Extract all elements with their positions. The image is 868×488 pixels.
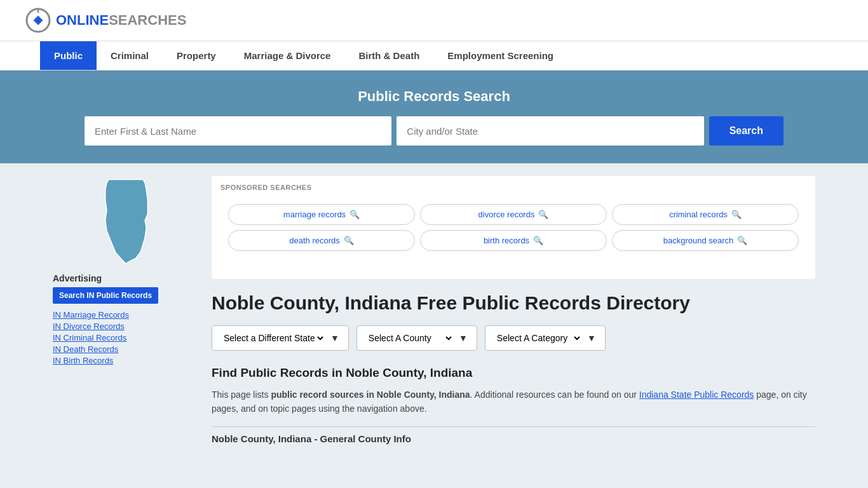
state-map <box>53 176 199 267</box>
county-dropdown[interactable]: Select A County ▼ <box>356 325 477 351</box>
advertising-section: Advertising Search IN Public Records IN … <box>53 273 199 365</box>
sponsored-label: SPONSORED SEARCHES <box>220 184 806 191</box>
search-small-icon: 🔍 <box>731 210 742 219</box>
name-input[interactable] <box>85 116 391 146</box>
category-dropdown[interactable]: Select A Category ▼ <box>485 325 606 351</box>
state-dropdown[interactable]: Select a Different State ▼ <box>212 325 349 351</box>
logo-icon <box>25 8 51 33</box>
sidebar-link[interactable]: IN Marriage Records <box>53 310 199 320</box>
sponsored-link[interactable]: criminal records <box>669 210 728 219</box>
sponsored-item[interactable]: divorce records🔍 <box>420 204 607 225</box>
sponsored-section: SPONSORED SEARCHES marriage records🔍divo… <box>212 176 815 279</box>
ad-button[interactable]: Search IN Public Records <box>53 287 158 304</box>
nav-item-public[interactable]: Public <box>40 41 97 70</box>
logo: ONLINESEARCHES <box>25 8 186 33</box>
find-section-title: Find Public Records in Noble County, Ind… <box>212 366 815 380</box>
logo-text: ONLINESEARCHES <box>56 12 186 29</box>
sidebar-link[interactable]: IN Birth Records <box>53 356 199 365</box>
chevron-down-icon: ▼ <box>330 333 339 343</box>
content-area: SPONSORED SEARCHES marriage records🔍divo… <box>212 176 815 444</box>
nav-item-employment-screening[interactable]: Employment Screening <box>433 41 567 70</box>
chevron-down-icon: ▼ <box>587 333 596 343</box>
search-small-icon: 🔍 <box>349 210 360 219</box>
indiana-link[interactable]: Indiana State Public Records <box>639 390 754 400</box>
search-small-icon: 🔍 <box>344 236 354 245</box>
chevron-down-icon: ▼ <box>459 333 468 343</box>
advertising-label: Advertising <box>53 273 199 283</box>
indiana-map <box>88 176 164 265</box>
search-form: Search <box>85 116 783 146</box>
nav-item-marriage--divorce[interactable]: Marriage & Divorce <box>230 41 345 70</box>
nav-item-birth--death[interactable]: Birth & Death <box>344 41 433 70</box>
sidebar-links: IN Marriage RecordsIN Divorce RecordsIN … <box>53 310 199 365</box>
dropdown-row: Select a Different State ▼ Select A Coun… <box>212 325 815 351</box>
category-select[interactable]: Select A Category <box>494 332 582 344</box>
sidebar-link[interactable]: IN Criminal Records <box>53 333 199 342</box>
search-small-icon: 🔍 <box>538 210 548 219</box>
state-select[interactable]: Select a Different State <box>221 332 325 344</box>
main-nav: PublicCriminalPropertyMarriage & Divorce… <box>0 41 868 71</box>
find-section-text: This page lists public record sources in… <box>212 388 815 416</box>
search-banner: Public Records Search Search <box>0 71 868 163</box>
svg-point-1 <box>36 18 41 23</box>
main-wrapper: Advertising Search IN Public Records IN … <box>40 163 828 457</box>
sponsored-item[interactable]: birth records🔍 <box>420 230 607 251</box>
sponsored-link[interactable]: birth records <box>484 236 529 245</box>
nav-item-criminal[interactable]: Criminal <box>97 41 163 70</box>
sponsored-link[interactable]: death records <box>289 236 340 245</box>
search-small-icon: 🔍 <box>737 236 747 245</box>
header: ONLINESEARCHES <box>0 0 868 41</box>
sponsored-item[interactable]: background search🔍 <box>612 230 799 251</box>
sponsored-item[interactable]: death records🔍 <box>228 230 415 251</box>
general-info-title: Noble County, Indiana - General County I… <box>212 426 815 444</box>
find-section: Find Public Records in Noble County, Ind… <box>212 366 815 444</box>
sidebar-link[interactable]: IN Divorce Records <box>53 322 199 331</box>
sponsored-item[interactable]: marriage records🔍 <box>228 204 415 225</box>
location-input[interactable] <box>397 116 703 146</box>
sponsored-grid: marriage records🔍divorce records🔍crimina… <box>220 196 806 259</box>
sponsored-link[interactable]: background search <box>663 236 734 245</box>
page-title: Noble County, Indiana Free Public Record… <box>212 290 815 315</box>
sponsored-link[interactable]: divorce records <box>478 210 535 219</box>
sidebar: Advertising Search IN Public Records IN … <box>53 176 199 444</box>
search-button[interactable]: Search <box>709 116 783 146</box>
sponsored-link[interactable]: marriage records <box>283 210 346 219</box>
sidebar-link[interactable]: IN Death Records <box>53 344 199 354</box>
nav-item-property[interactable]: Property <box>163 41 230 70</box>
search-small-icon: 🔍 <box>533 236 543 245</box>
search-banner-title: Public Records Search <box>25 88 843 105</box>
sponsored-item[interactable]: criminal records🔍 <box>612 204 799 225</box>
county-select[interactable]: Select A County <box>366 332 454 344</box>
